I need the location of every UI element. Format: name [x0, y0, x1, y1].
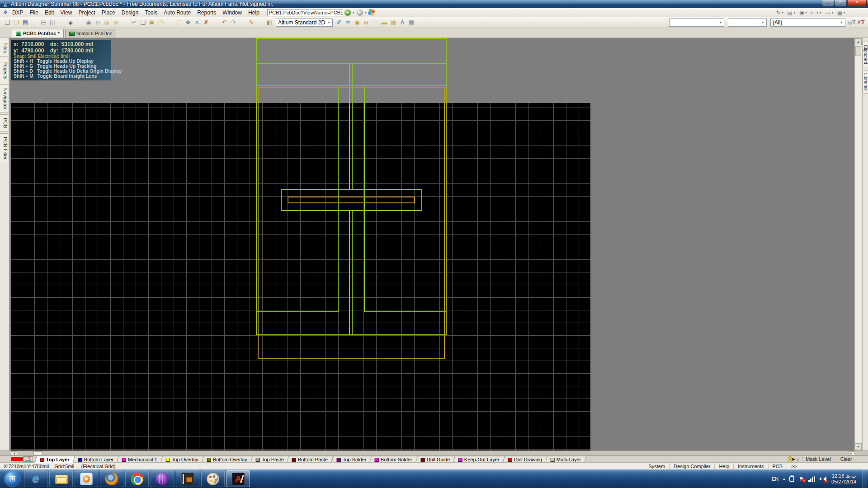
status-panel-button[interactable]: Help	[714, 464, 733, 469]
cross-probe-icon[interactable]: ✕	[193, 18, 202, 27]
place-polygon-icon[interactable]: ▩	[389, 18, 398, 27]
scroll-down-button[interactable]: ▼	[855, 443, 862, 450]
panel-tab[interactable]: PCB	[0, 114, 9, 132]
place-fill-icon[interactable]: ▬	[380, 18, 389, 27]
power-plug-icon[interactable]	[789, 476, 794, 482]
zoom-window-icon[interactable]: ◉	[84, 18, 93, 27]
view-configuration-combo[interactable]: Altium Standard 2D ▼	[276, 19, 333, 27]
paste-array-icon[interactable]: ◳	[156, 18, 165, 27]
horizontal-scroll-thumb[interactable]	[33, 451, 42, 455]
clear-filter-icon[interactable]: ✗	[202, 18, 211, 27]
place-string-icon[interactable]: A	[398, 18, 407, 27]
clear-button[interactable]: Clear	[837, 456, 855, 462]
layer-tab[interactable]: Multi-Layer	[545, 456, 587, 463]
clock[interactable]: 12:16 ب.ظ 05/27/2014	[831, 473, 856, 485]
document-address-combo[interactable]: PCB1.PcbDoc?ViewName=PCBEdit ▼	[267, 9, 343, 16]
place-pad-icon[interactable]: ◉	[353, 18, 362, 27]
document-tab[interactable]: finalpcb.PcbDoc	[65, 29, 117, 38]
layer-tab[interactable]: Bottom Solder	[369, 456, 418, 463]
reader-app-icon[interactable]	[176, 470, 199, 487]
close-button[interactable]: ✕	[847, 0, 867, 6]
filter-combo-2[interactable]: ▼	[728, 19, 767, 27]
layer-tab[interactable]: Top Overlay	[160, 456, 204, 463]
menu-item[interactable]: Window	[219, 9, 245, 17]
menu-item[interactable]: View	[57, 9, 75, 17]
media-player-icon[interactable]	[75, 470, 98, 487]
move-icon[interactable]: ✥	[184, 18, 193, 27]
status-panel-button[interactable]: >>	[787, 464, 801, 469]
start-button[interactable]: ⊞	[2, 470, 22, 487]
forward-history-dropdown[interactable]: ▼	[364, 11, 368, 14]
show-desktop-button[interactable]	[863, 469, 867, 488]
windows-explorer-icon[interactable]	[49, 470, 73, 487]
layer-tab[interactable]: Top Solder	[331, 456, 372, 463]
minimize-button[interactable]: –	[822, 0, 834, 6]
maximize-button[interactable]: ▢	[835, 0, 847, 6]
document-tab[interactable]: PCB1.PcbDoc *	[12, 29, 64, 38]
panel-tab[interactable]: Projects	[0, 58, 9, 83]
pcb-board-area[interactable]	[11, 103, 590, 450]
volume-muted-icon[interactable]	[820, 476, 827, 482]
paste-icon[interactable]: ▣	[147, 18, 156, 27]
home-icon[interactable]	[368, 9, 376, 16]
copy-icon[interactable]: ❏	[138, 18, 147, 27]
select-area-icon[interactable]: ▢	[175, 18, 184, 27]
current-layer-swatch[interactable]	[11, 457, 23, 461]
menu-item[interactable]: Tools	[142, 9, 160, 17]
browse-components-icon[interactable]: ◧	[265, 18, 274, 27]
clear-filter-funnel-icon[interactable]: ✗∇	[856, 18, 865, 27]
scroll-right-button[interactable]: ►	[848, 451, 854, 455]
layer-tab[interactable]: Keep-Out Layer	[453, 456, 505, 463]
panel-tab[interactable]: Libraries	[863, 70, 868, 94]
print-preview-icon[interactable]: ◱	[48, 18, 57, 27]
status-panel-button[interactable]: PCB	[768, 464, 787, 469]
scroll-left-button[interactable]: ◄	[11, 451, 17, 455]
scroll-up-button[interactable]: ▲	[855, 38, 862, 45]
undo-icon[interactable]: ↶	[220, 18, 229, 27]
layer-tab[interactable]: Bottom Paste	[287, 456, 333, 463]
redo-icon[interactable]: ↷	[229, 18, 238, 27]
firefox-icon[interactable]	[100, 470, 123, 487]
panel-tab[interactable]: PCB Filter	[0, 133, 9, 163]
zoom-document-icon[interactable]: ⊙	[93, 18, 102, 27]
purple-app-icon[interactable]	[151, 470, 174, 487]
menu-item[interactable]: Edit	[42, 9, 57, 17]
layer-stack-icon[interactable]: ◈	[66, 18, 75, 27]
chrome-icon[interactable]	[125, 470, 149, 487]
layer-tab[interactable]: Top Layer	[35, 456, 75, 463]
menu-item[interactable]: Project	[75, 9, 98, 17]
vertical-scroll-thumb[interactable]	[855, 46, 861, 56]
new-document-icon[interactable]: ❑	[3, 18, 12, 27]
network-signal-icon[interactable]	[808, 476, 815, 482]
action-center-flag-icon[interactable]: ⚑ ✕	[799, 476, 804, 482]
pcb-editor-canvas[interactable]: x: 7210.000 dx: 5310.000 mil y: 4780.000…	[9, 38, 854, 450]
filter-combo-1[interactable]: ▼	[669, 19, 724, 27]
status-panel-button[interactable]: Instruments	[733, 464, 768, 469]
tray-expand-icon[interactable]: ▴	[783, 477, 785, 481]
menu-item[interactable]: DXP	[9, 9, 27, 17]
back-history-dropdown[interactable]: ▼	[352, 11, 355, 14]
menu-item[interactable]: File	[27, 9, 42, 17]
save-icon[interactable]: ▤	[21, 18, 30, 27]
place-via-icon[interactable]: ⊚	[362, 18, 371, 27]
vertical-scrollbar[interactable]: ▲ ▼	[854, 38, 862, 450]
layer-tab[interactable]: Bottom Overlay	[202, 456, 253, 463]
interactive-routing-icon[interactable]: ✐	[335, 18, 344, 27]
forward-button[interactable]: ►	[357, 9, 363, 16]
heal-icon[interactable]: ✎	[247, 18, 256, 27]
differential-routing-icon[interactable]: ✑	[344, 18, 353, 27]
altium-designer-icon[interactable]: A	[226, 470, 250, 487]
paint-icon[interactable]	[201, 470, 225, 487]
zoom-filter-icon[interactable]: ⊚	[111, 18, 120, 27]
panel-tab[interactable]: Files	[0, 39, 9, 56]
menu-item[interactable]: Reports	[194, 9, 219, 17]
layer-tab[interactable]: Bottom Layer	[73, 456, 119, 463]
place-arc-icon[interactable]: ◠	[371, 18, 380, 27]
status-panel-button[interactable]: System	[644, 464, 669, 469]
panel-tab[interactable]: Clipboard	[863, 42, 868, 67]
layer-tab[interactable]: Top Paste	[250, 456, 289, 463]
cut-icon[interactable]: ✂	[129, 18, 138, 27]
zoom-selected-icon[interactable]: ◎	[102, 18, 111, 27]
menu-item[interactable]: Auto Route	[160, 9, 194, 17]
layer-tab[interactable]: Drill Guide	[415, 456, 456, 463]
